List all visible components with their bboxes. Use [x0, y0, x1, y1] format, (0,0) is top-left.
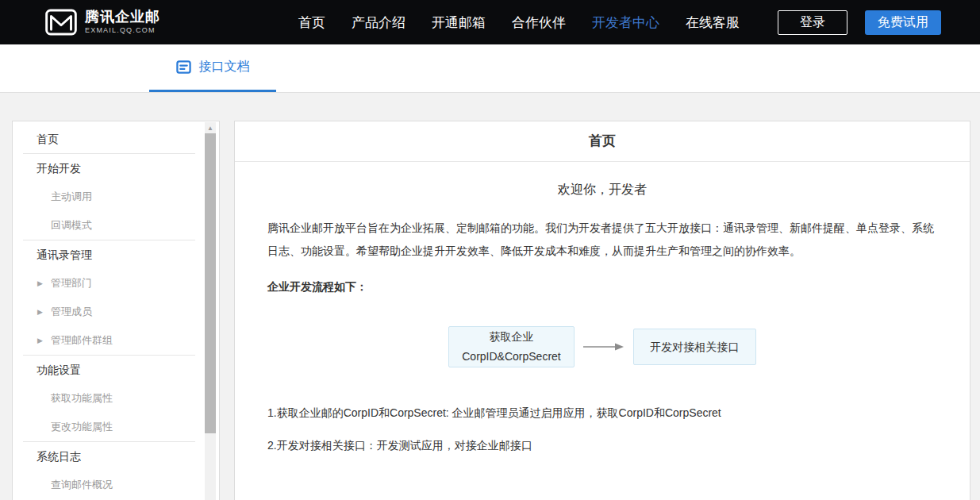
sidebar-item-active-call[interactable]: 主动调用	[13, 183, 219, 211]
document-icon	[176, 60, 191, 75]
flow-step-1: 获取企业 CorpID&CorpSecret	[448, 326, 575, 367]
step-item-1: 1.获取企业邮的CorpID和CorpSecret: 企业邮管理员通过启用应用，…	[235, 406, 970, 421]
sidebar-item-contacts-mgmt[interactable]: 通讯录管理	[13, 240, 219, 269]
expand-arrow-icon: ▶	[37, 269, 43, 298]
flow-diagram: 获取企业 CorpID&CorpSecret 开发对接相关接口	[235, 326, 970, 367]
expand-arrow-icon: ▶	[37, 298, 43, 326]
sidebar: 首页 开始开发 主动调用 回调模式 通讯录管理 ▶ 管理部门 ▶ 管理成员 ▶ …	[12, 121, 220, 500]
logo-subtitle: EXMAIL.QQ.COM	[85, 27, 160, 35]
sidebar-item-feature-settings[interactable]: 功能设置	[13, 356, 219, 384]
exmail-logo[interactable]: 腾讯企业邮 EXMAIL.QQ.COM	[45, 9, 160, 36]
nav-item-support[interactable]: 在线客服	[686, 13, 740, 32]
sidebar-item-query-mail-overview[interactable]: 查询邮件概况	[13, 471, 219, 499]
nav-item-partners[interactable]: 合作伙伴	[512, 13, 566, 32]
logo-title: 腾讯企业邮	[85, 10, 160, 25]
step-item-2: 2.开发对接相关接口：开发测试应用，对接企业邮接口	[235, 439, 970, 453]
top-navbar: 腾讯企业邮 EXMAIL.QQ.COM 首页 产品介绍 开通邮箱 合作伙伴 开发…	[0, 0, 980, 44]
steps-list: 1.获取企业邮的CorpID和CorpSecret: 企业邮管理员通过启用应用，…	[235, 406, 970, 453]
sidebar-item-manage-mail-groups[interactable]: ▶ 管理邮件群组	[13, 326, 219, 355]
welcome-heading: 欢迎你，开发者	[235, 182, 970, 198]
expand-arrow-icon: ▶	[37, 326, 43, 355]
sidebar-item-manage-members[interactable]: ▶ 管理成员	[13, 298, 219, 326]
nav-item-products[interactable]: 产品介绍	[352, 13, 405, 32]
sidebar-item-manage-department[interactable]: ▶ 管理部门	[13, 269, 219, 298]
sidebar-item-system-log[interactable]: 系统日志	[13, 442, 219, 471]
intro-paragraph: 腾讯企业邮开放平台旨在为企业拓展、定制邮箱的功能。我们为开发者提供了五大开放接口…	[235, 217, 970, 263]
sidebar-item-callback-mode[interactable]: 回调模式	[13, 211, 219, 240]
tab-label: 接口文档	[199, 59, 250, 75]
flow-arrow-icon	[583, 342, 625, 352]
envelope-logo-icon	[45, 9, 77, 36]
main-nav: 首页 产品介绍 开通邮箱 合作伙伴 开发者中心 在线客服	[298, 13, 740, 32]
login-button[interactable]: 登录	[778, 10, 847, 35]
sidebar-scrollbar[interactable]: ▲	[205, 122, 216, 500]
scroll-up-arrow-icon[interactable]: ▲	[205, 122, 216, 133]
tab-api-docs[interactable]: 接口文档	[149, 44, 276, 92]
content-panel: 首页 欢迎你，开发者 腾讯企业邮开放平台旨在为企业拓展、定制邮箱的功能。我们为开…	[234, 121, 970, 500]
top-buttons: 登录 免费试用	[778, 10, 941, 35]
nav-item-developer-center[interactable]: 开发者中心	[592, 13, 659, 32]
sidebar-item-home[interactable]: 首页	[13, 125, 219, 153]
free-trial-button[interactable]: 免费试用	[865, 10, 941, 35]
nav-item-open-mailbox[interactable]: 开通邮箱	[432, 13, 486, 32]
flow-step-1-line-2: CorpID&CorpSecret	[462, 347, 561, 367]
flow-step-1-line-1: 获取企业	[462, 327, 561, 347]
sidebar-menu: 首页 开始开发 主动调用 回调模式 通讯录管理 ▶ 管理部门 ▶ 管理成员 ▶ …	[13, 121, 219, 499]
flow-step-2: 开发对接相关接口	[633, 329, 756, 365]
scrollbar-thumb[interactable]	[205, 133, 216, 433]
page-title: 首页	[235, 121, 970, 162]
nav-item-home[interactable]: 首页	[298, 13, 325, 32]
sidebar-item-start-dev[interactable]: 开始开发	[13, 154, 219, 183]
content-area: 首页 开始开发 主动调用 回调模式 通讯录管理 ▶ 管理部门 ▶ 管理成员 ▶ …	[0, 93, 980, 499]
sidebar-item-get-feature-attr[interactable]: 获取功能属性	[13, 384, 219, 413]
flow-heading: 企业开发流程如下：	[235, 280, 970, 294]
sub-navbar: 接口文档	[0, 44, 980, 93]
sidebar-item-change-feature-attr[interactable]: 更改功能属性	[13, 413, 219, 441]
